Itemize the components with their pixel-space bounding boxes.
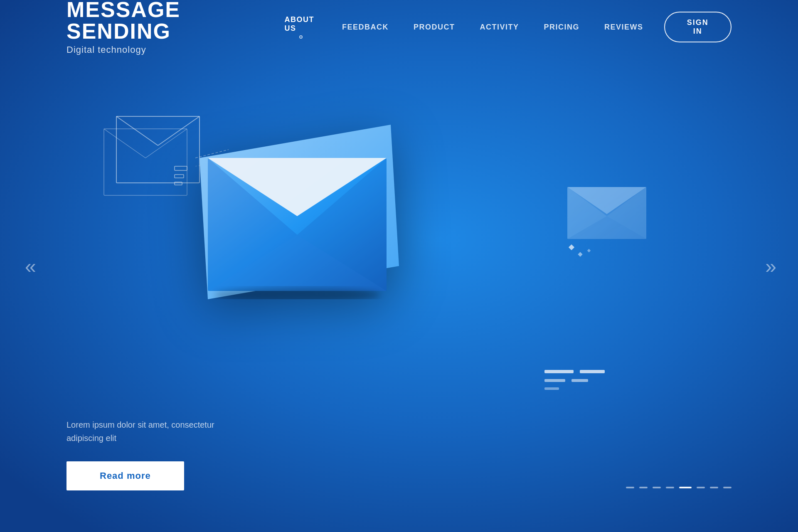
dash-8 bbox=[723, 487, 732, 488]
nav-item-feedback: FEEDBACK bbox=[342, 23, 389, 32]
svg-line-5 bbox=[145, 129, 187, 158]
svg-rect-24 bbox=[544, 370, 574, 373]
dash-4 bbox=[666, 487, 674, 488]
nav-link-product[interactable]: PRODUCT bbox=[414, 23, 455, 32]
body-text: Lorem ipsum dolor sit amet, consectetur … bbox=[66, 418, 214, 445]
svg-line-4 bbox=[104, 129, 145, 158]
main-envelope-svg bbox=[187, 91, 403, 299]
navbar: MESSAGE SENDING Digital technology ABOUT… bbox=[0, 0, 798, 54]
nav-item-pricing: PRICING bbox=[544, 23, 579, 32]
nav-link-feedback[interactable]: FEEDBACK bbox=[342, 23, 389, 32]
dash-3 bbox=[653, 487, 661, 488]
nav-links: ABOUT US FEEDBACK PRODUCT ACTIVITY PRICI… bbox=[285, 15, 643, 39]
read-more-button[interactable]: Read more bbox=[66, 461, 184, 490]
dash-5 bbox=[679, 487, 692, 488]
dash-1 bbox=[626, 487, 634, 488]
dash-6 bbox=[697, 487, 705, 488]
svg-rect-28 bbox=[544, 387, 559, 390]
nav-link-about[interactable]: ABOUT US bbox=[285, 15, 317, 33]
prev-arrow[interactable]: « bbox=[25, 255, 33, 278]
nav-item-product: PRODUCT bbox=[414, 23, 455, 32]
nav-link-activity[interactable]: ACTIVITY bbox=[480, 23, 519, 32]
page-wrapper: MESSAGE SENDING Digital technology ABOUT… bbox=[0, 0, 798, 532]
logo-title: MESSAGE SENDING bbox=[66, 0, 285, 42]
nav-item-reviews: REVIEWS bbox=[604, 23, 643, 32]
nav-link-reviews[interactable]: REVIEWS bbox=[604, 23, 643, 32]
svg-line-1 bbox=[116, 116, 158, 145]
nav-item-about: ABOUT US bbox=[285, 15, 317, 39]
data-lines-svg bbox=[544, 370, 611, 403]
svg-rect-27 bbox=[571, 379, 588, 382]
nav-link-pricing[interactable]: PRICING bbox=[544, 23, 579, 32]
svg-rect-25 bbox=[580, 370, 605, 373]
pagination-dashes bbox=[626, 487, 732, 488]
logo-subtitle: Digital technology bbox=[66, 44, 285, 55]
next-arrow[interactable]: » bbox=[765, 255, 773, 278]
dash-2 bbox=[639, 487, 648, 488]
svg-rect-7 bbox=[175, 175, 184, 178]
logo-area: MESSAGE SENDING Digital technology bbox=[66, 0, 285, 55]
dash-7 bbox=[710, 487, 718, 488]
nav-dot-about bbox=[299, 35, 303, 39]
svg-rect-26 bbox=[544, 379, 565, 382]
small-envelope-svg bbox=[565, 162, 648, 241]
svg-rect-6 bbox=[175, 166, 187, 170]
sign-in-button[interactable]: SIGN IN bbox=[664, 12, 732, 42]
nav-item-activity: ACTIVITY bbox=[480, 23, 519, 32]
bottom-content: Lorem ipsum dolor sit amet, consectetur … bbox=[66, 418, 214, 490]
